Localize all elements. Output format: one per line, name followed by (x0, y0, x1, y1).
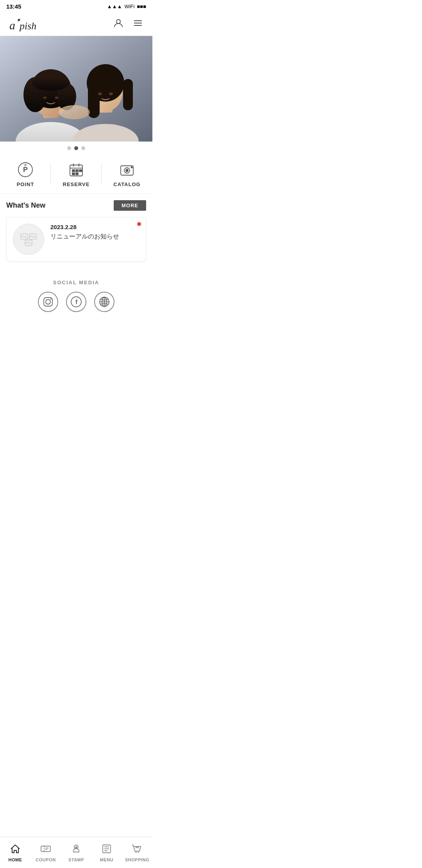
hero-image (0, 36, 152, 142)
whats-new-header: What's New MORE (6, 200, 146, 211)
svg-point-41 (126, 169, 128, 172)
more-button[interactable]: MORE (114, 200, 146, 211)
instagram-button[interactable] (38, 292, 58, 312)
wifi-icon: WiFi (124, 4, 134, 9)
svg-rect-37 (76, 173, 78, 175)
svg-rect-36 (72, 173, 75, 175)
svg-point-48 (50, 299, 52, 300)
svg-point-23 (88, 71, 123, 85)
svg-point-16 (55, 97, 59, 99)
svg-rect-22 (123, 79, 133, 110)
news-card[interactable]: 2023.2.28 リニューアルのお知らせ (6, 217, 146, 262)
news-unread-dot (137, 222, 141, 226)
dot-1[interactable] (67, 146, 71, 150)
svg-text:P: P (23, 166, 28, 174)
svg-point-42 (131, 167, 133, 169)
news-content: 2023.2.28 リニューアルのお知らせ (50, 224, 139, 241)
facebook-button[interactable]: f (66, 292, 86, 312)
logo: ★ a pish (8, 16, 51, 32)
news-thumbnail (13, 224, 44, 255)
status-time: 13:45 (6, 3, 21, 10)
dot-2[interactable] (74, 146, 78, 150)
svg-point-3 (116, 20, 120, 23)
quick-nav-reserve[interactable]: RESERVE (51, 161, 102, 187)
status-icons: ▲▲▲ WiFi ■■■ (107, 4, 146, 9)
svg-point-26 (59, 105, 90, 119)
news-text: リニューアルのお知らせ (50, 233, 139, 241)
dot-3[interactable] (81, 146, 85, 150)
social-section: SOCIAL MEDIA f (0, 268, 152, 320)
whats-new-section: What's New MORE 2023 (0, 194, 152, 268)
web-button[interactable] (94, 292, 114, 312)
news-date: 2023.2.28 (50, 224, 139, 230)
svg-point-24 (98, 93, 102, 95)
hero-svg (0, 36, 152, 142)
svg-rect-34 (72, 170, 75, 172)
svg-point-25 (109, 93, 113, 95)
catalog-icon (118, 161, 136, 178)
battery-icon: ■■■ (137, 4, 146, 9)
svg-rect-38 (79, 170, 82, 172)
carousel-dots (0, 142, 152, 155)
header-icons (112, 16, 145, 32)
point-icon: P (17, 161, 34, 178)
svg-text:f: f (75, 299, 78, 305)
svg-point-47 (46, 299, 50, 304)
account-button[interactable] (112, 16, 125, 32)
whats-new-title: What's New (6, 201, 45, 210)
app-header: ★ a pish (0, 13, 152, 36)
quick-nav-point[interactable]: P POINT (0, 161, 51, 187)
social-label: SOCIAL MEDIA (6, 280, 146, 285)
svg-rect-35 (76, 170, 78, 172)
reserve-label: RESERVE (63, 181, 90, 187)
svg-text:pish: pish (19, 20, 36, 32)
point-label: POINT (17, 181, 34, 187)
status-bar: 13:45 ▲▲▲ WiFi ■■■ (0, 0, 152, 13)
social-icons: f (6, 292, 146, 312)
svg-text:a: a (9, 19, 15, 32)
menu-button[interactable] (131, 16, 145, 32)
apish-logo: ★ a pish (8, 16, 51, 32)
reserve-icon (68, 161, 85, 178)
quick-nav: P POINT RESERVE (0, 155, 152, 194)
signal-icon: ▲▲▲ (107, 4, 122, 9)
quick-nav-catalog[interactable]: CATALOG (102, 161, 152, 187)
svg-point-29 (24, 164, 27, 166)
catalog-label: CATALOG (113, 181, 140, 187)
hero-banner[interactable] (0, 36, 152, 142)
svg-point-14 (32, 75, 70, 91)
svg-point-15 (43, 97, 47, 99)
